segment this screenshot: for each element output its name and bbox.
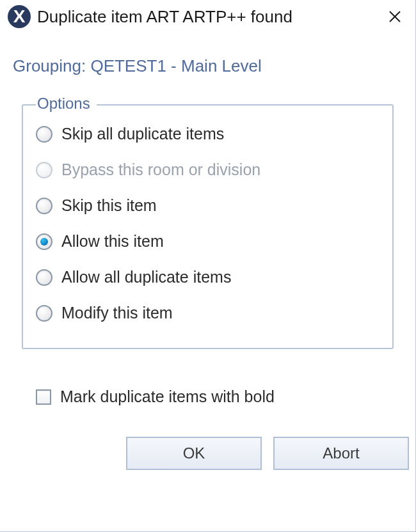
radio-bypass-this-room-or-division: Bypass this room or division — [36, 160, 380, 179]
radio-modify-this-item[interactable]: Modify this item — [36, 304, 380, 322]
radio-icon — [36, 198, 52, 214]
options-legend: Options — [36, 95, 97, 113]
radio-label: Skip all duplicate items — [61, 125, 224, 143]
radio-allow-all-duplicate-items[interactable]: Allow all duplicate items — [36, 268, 380, 286]
checkbox-label: Mark duplicate items with bold — [60, 387, 275, 406]
dialog-title: Duplicate item ART ARTP++ found — [37, 7, 383, 27]
radio-skip-this-item[interactable]: Skip this item — [36, 196, 380, 215]
close-button[interactable] — [383, 5, 406, 28]
radio-label: Allow all duplicate items — [61, 268, 231, 286]
button-bar: OK Abort — [0, 406, 415, 470]
radio-label: Modify this item — [61, 304, 173, 322]
checkbox-icon — [36, 389, 51, 405]
grouping-label: Grouping: QETEST1 - Main Level — [13, 56, 415, 76]
close-icon — [389, 11, 401, 22]
radio-label: Skip this item — [61, 196, 157, 215]
radio-icon — [36, 126, 52, 143]
ok-button[interactable]: OK — [126, 437, 262, 470]
radio-icon — [36, 269, 52, 286]
radio-allow-this-item[interactable]: Allow this item — [36, 232, 380, 251]
title-bar: X Duplicate item ART ARTP++ found — [0, 0, 415, 33]
app-icon: X — [8, 5, 31, 28]
radio-icon — [36, 233, 52, 250]
radio-icon — [36, 162, 52, 178]
radio-label: Bypass this room or division — [61, 160, 260, 179]
radio-label: Allow this item — [61, 232, 164, 251]
radio-icon — [36, 305, 52, 322]
radio-skip-all-duplicate-items[interactable]: Skip all duplicate items — [36, 125, 380, 143]
options-group: Options Skip all duplicate itemsBypass t… — [22, 104, 394, 349]
mark-bold-checkbox[interactable]: Mark duplicate items with bold — [36, 387, 415, 406]
abort-button[interactable]: Abort — [273, 437, 409, 470]
